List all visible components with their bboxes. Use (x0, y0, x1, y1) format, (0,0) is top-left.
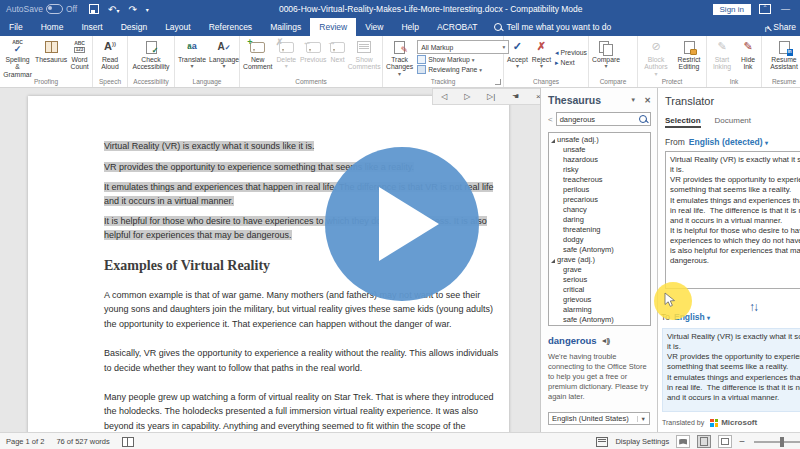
tab-document[interactable]: Document (715, 116, 751, 128)
tab-help[interactable]: Help (392, 18, 427, 36)
player-next-icon[interactable]: ▷| (487, 93, 495, 101)
zoom-out-button[interactable]: − (739, 436, 745, 447)
thesaurus-item[interactable]: threatening (549, 225, 650, 235)
next-comment-button[interactable]: → Next (328, 37, 347, 78)
thesaurus-item[interactable]: serious (549, 275, 650, 285)
web-layout-button[interactable] (718, 435, 732, 448)
start-inking-button[interactable]: ✎ Start Inking (708, 37, 736, 78)
spelling-grammar-button[interactable]: ABC Spelling & Grammar (1, 37, 34, 78)
compare-button[interactable]: Compare (590, 37, 622, 78)
swap-languages-icon[interactable]: ↑↓ (749, 300, 757, 314)
tab-view[interactable]: View (356, 18, 392, 36)
thesaurus-item[interactable]: risky (549, 165, 650, 175)
video-play-button[interactable] (325, 147, 479, 301)
tab-selection[interactable]: Selection (665, 116, 701, 128)
search-icon[interactable] (639, 115, 647, 123)
player-previous-icon[interactable]: ◁ (441, 93, 447, 101)
thesaurus-item[interactable]: alarming (549, 305, 650, 315)
thesaurus-item[interactable]: daring (549, 215, 650, 225)
tab-design[interactable]: Design (112, 18, 156, 36)
thesaurus-group-header[interactable]: grave (adj.) (549, 255, 650, 265)
tab-file[interactable]: File (0, 18, 32, 36)
tab-review[interactable]: Review (310, 18, 356, 36)
previous-comment-button[interactable]: ← Previous (298, 37, 328, 78)
redo-icon[interactable]: ↷ (128, 4, 136, 15)
thesaurus-item[interactable]: chancy (549, 205, 650, 215)
thesaurus-selected-word[interactable]: dangerous (548, 335, 597, 346)
previous-change-button[interactable]: ◂ Previous (555, 49, 587, 57)
delete-comment-button[interactable]: ✗ Delete (274, 37, 298, 78)
language-button[interactable]: A✓ Language (208, 37, 240, 78)
ribbon-display-options-icon[interactable]: ⌃ (759, 4, 771, 14)
zoom-slider[interactable] (754, 441, 800, 443)
thesaurus-button[interactable]: Thesaurus (34, 37, 68, 78)
share-button[interactable]: ↱ Share (759, 18, 800, 36)
thesaurus-item[interactable]: hazardous (549, 155, 650, 165)
tab-insert[interactable]: Insert (72, 18, 111, 36)
accept-button[interactable]: ✓ Accept (505, 37, 530, 78)
translate-button[interactable]: ãa Translate (176, 37, 208, 78)
track-changes-button[interactable]: Track Changes (384, 37, 415, 78)
thesaurus-item[interactable]: grievous (549, 295, 650, 305)
next-change-button[interactable]: ▸ Next (555, 59, 587, 67)
autosave-toggle-switch[interactable] (46, 4, 63, 14)
tab-home[interactable]: Home (32, 18, 73, 36)
speaker-icon[interactable]: ◄)) (601, 337, 610, 344)
player-click-mode-icon[interactable]: ☚ (512, 93, 519, 101)
tab-acrobat[interactable]: ACROBAT (428, 18, 486, 36)
tab-references[interactable]: References (200, 18, 261, 36)
tell-me-box[interactable]: Tell me what you want to do (486, 18, 619, 36)
resume-assistant-button[interactable]: Resume Assistant (763, 37, 800, 78)
restrict-editing-button[interactable]: Restrict Editing (673, 37, 705, 78)
proofing-status-icon[interactable] (122, 437, 134, 447)
back-chevron-icon[interactable]: < (548, 115, 553, 124)
player-play-icon[interactable]: ▷ (464, 93, 470, 101)
thesaurus-item[interactable]: dodgy (549, 235, 650, 245)
thesaurus-item[interactable]: precarious (549, 195, 650, 205)
display-settings-label[interactable]: Display Settings (615, 437, 669, 446)
hide-ink-button[interactable]: ✎ Hide Ink (736, 37, 760, 78)
thesaurus-group-header[interactable]: unsafe (adj.) (549, 135, 650, 145)
translated-text-box[interactable]: Virtual Reality (VR) is exactly what it … (662, 328, 800, 412)
word-count-indicator[interactable]: 76 of 527 words (56, 437, 109, 446)
source-text-box[interactable]: Virtual Reality (VR) is exactly what it … (665, 151, 800, 289)
thesaurus-item[interactable]: treacherous (549, 175, 650, 185)
check-accessibility-button[interactable]: ✓ Check Accessibility (129, 37, 173, 78)
page-indicator[interactable]: Page 1 of 2 (6, 437, 44, 446)
zoom-slider-handle[interactable] (780, 437, 784, 447)
word-count-button[interactable]: ABC123 Word Count (68, 37, 91, 78)
block-authors-button[interactable]: ⊘ Block Authors (639, 37, 673, 78)
thesaurus-item[interactable]: critical (549, 285, 650, 295)
pane-options-icon[interactable]: ▼ (630, 97, 636, 103)
selected-text[interactable]: Virtual Reality (VR) is exactly what it … (104, 141, 314, 151)
from-language-dropdown[interactable]: English (detected) ▾ (689, 137, 768, 147)
read-aloud-button[interactable]: A)) Read Aloud (94, 37, 126, 78)
thesaurus-item[interactable]: unsafe (549, 145, 650, 155)
title-bar: AutoSave Off ↶▾ ↷ ▾ 0006-How-Virtual-Rea… (0, 0, 800, 18)
sign-in-button[interactable]: Sign in (713, 4, 751, 15)
thesaurus-item[interactable]: safe (Antonym) (549, 245, 650, 255)
tab-layout[interactable]: Layout (156, 18, 200, 36)
tab-mailings[interactable]: Mailings (261, 18, 310, 36)
undo-icon[interactable]: ↶▾ (108, 4, 119, 15)
thesaurus-item[interactable]: perilous (549, 185, 650, 195)
thesaurus-item[interactable]: grave (549, 265, 650, 275)
save-icon[interactable] (89, 4, 99, 14)
read-mode-button[interactable] (676, 435, 690, 448)
reviewing-pane-button[interactable]: Reviewing Pane ▾ (417, 65, 509, 74)
group-changes: ✓ Accept ✗ Reject ◂ Previous ▸ Next Ch (504, 36, 589, 87)
show-comments-button[interactable]: Show Comments (347, 37, 381, 78)
minimize-button[interactable]: — (781, 4, 790, 14)
print-layout-button[interactable] (697, 435, 711, 448)
reject-button[interactable]: ✗ Reject (530, 37, 553, 78)
thesaurus-item[interactable]: safe (Antonym) (549, 315, 650, 325)
display-for-review-dropdown[interactable]: All Markup ▾ (417, 40, 509, 54)
close-pane-icon[interactable]: ✕ (644, 96, 651, 105)
thesaurus-search-input[interactable]: dangerous (556, 112, 651, 126)
autosave-toggle[interactable]: AutoSave Off (6, 4, 77, 14)
tracking-dialog-launcher-icon[interactable] (495, 79, 501, 85)
thesaurus-results-list: unsafe (adj.) unsafe hazardous risky tre… (548, 132, 651, 326)
show-markup-button[interactable]: Show Markup ▾ (417, 55, 509, 64)
thesaurus-language-dropdown[interactable]: English (United States) ▼ (548, 412, 650, 425)
new-comment-button[interactable]: + New Comment (241, 37, 274, 78)
